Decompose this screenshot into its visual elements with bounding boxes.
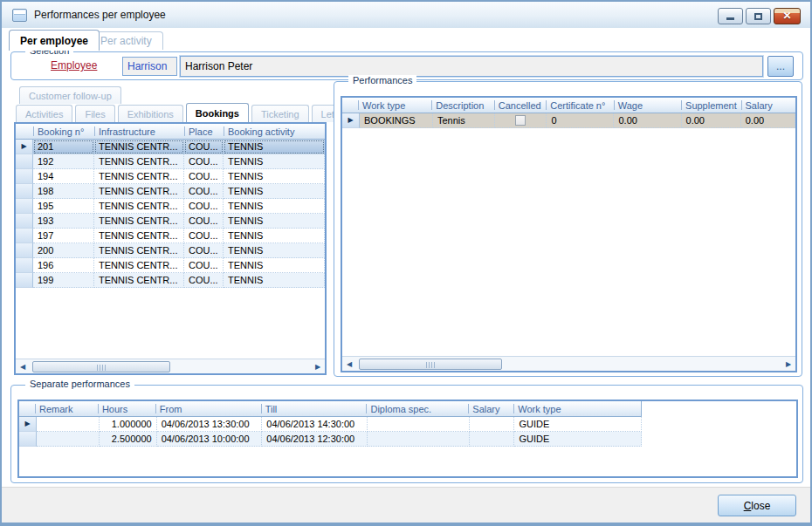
cell[interactable] — [495, 113, 547, 128]
cell[interactable]: 0 — [547, 113, 614, 128]
column-header[interactable]: Supplement — [681, 98, 740, 113]
app-icon[interactable] — [12, 9, 27, 22]
row-selector[interactable] — [16, 199, 33, 214]
tab-exhibitions[interactable]: Exhibitions — [118, 105, 183, 122]
cell[interactable]: COU... — [184, 140, 224, 154]
row-selector[interactable]: ▶ — [19, 417, 37, 432]
row-selector[interactable] — [16, 214, 33, 229]
row-selector[interactable]: ▶ — [342, 113, 360, 128]
cell[interactable]: TENNIS — [224, 169, 325, 184]
cell[interactable]: GUIDE — [514, 417, 642, 432]
cell[interactable]: 04/06/2013 10:00:00 — [157, 432, 263, 447]
cell[interactable]: 2.500000 — [100, 432, 157, 447]
title-bar[interactable]: Performances per employee ✕ — [2, 2, 810, 28]
row-selector[interactable] — [19, 432, 37, 447]
bookings-hscrollbar[interactable]: ◀ ▶ — [16, 359, 325, 373]
cell[interactable]: COU... — [184, 273, 224, 288]
cell[interactable]: 0.00 — [614, 113, 681, 128]
maximize-button[interactable] — [746, 8, 771, 24]
column-header[interactable]: From — [155, 401, 261, 416]
cell[interactable]: TENNIS CENTR... — [94, 140, 184, 154]
cell[interactable]: TENNIS — [224, 199, 325, 214]
cell[interactable]: TENNIS — [224, 273, 325, 288]
cell[interactable]: 0.00 — [741, 113, 795, 128]
cell[interactable]: 195 — [33, 199, 94, 214]
tab-per-employee[interactable]: Per employee — [9, 30, 100, 51]
table-row[interactable]: 197TENNIS CENTR...COU...TENNIS — [16, 229, 325, 243]
cell[interactable]: 04/06/2013 12:30:00 — [262, 432, 368, 447]
table-row[interactable]: ▶1.00000004/06/2013 13:30:0004/06/2013 1… — [19, 417, 642, 432]
table-row[interactable]: ▶BOOKINGSTennis00.000.000.00 — [342, 113, 795, 128]
table-row[interactable]: 195TENNIS CENTR...COU...TENNIS — [16, 199, 325, 214]
table-row[interactable]: 193TENNIS CENTR...COU...TENNIS — [16, 214, 325, 229]
cell[interactable]: BOOKINGS — [360, 113, 433, 128]
column-header[interactable]: Booking n° — [33, 124, 94, 139]
cell[interactable]: COU... — [184, 243, 224, 258]
row-selector[interactable]: ▶ — [16, 140, 33, 154]
column-header[interactable]: Place — [184, 124, 224, 139]
scroll-thumb[interactable] — [32, 361, 170, 372]
tab-ticketing[interactable]: Ticketing — [251, 105, 309, 122]
scroll-left-icon[interactable]: ◀ — [342, 358, 356, 371]
cell[interactable]: 04/06/2013 13:30:00 — [157, 417, 263, 432]
close-button[interactable]: Close — [718, 495, 796, 516]
column-header[interactable]: Remark — [35, 401, 98, 416]
row-selector[interactable] — [16, 273, 33, 288]
cell[interactable] — [470, 432, 515, 447]
column-header[interactable]: Infrastructure — [94, 124, 184, 139]
cell[interactable]: TENNIS CENTR... — [94, 243, 184, 258]
table-row[interactable]: 196TENNIS CENTR...COU...TENNIS — [16, 258, 325, 273]
column-header[interactable]: Hours — [98, 401, 155, 416]
cell[interactable]: TENNIS CENTR... — [94, 273, 184, 288]
cell[interactable]: TENNIS CENTR... — [94, 214, 184, 229]
row-selector[interactable] — [16, 258, 33, 273]
table-row[interactable]: 199TENNIS CENTR...COU...TENNIS — [16, 273, 325, 288]
employee-name-field[interactable]: Harrison Peter — [180, 56, 763, 77]
column-header[interactable]: Work type — [358, 98, 431, 113]
column-header[interactable]: Wage — [614, 98, 681, 113]
cell[interactable]: 198 — [33, 184, 94, 199]
row-selector[interactable] — [16, 154, 33, 169]
column-header[interactable]: Description — [431, 98, 493, 113]
column-header[interactable]: Diploma spec. — [366, 401, 468, 416]
column-header[interactable]: Certificate n° — [546, 98, 613, 113]
cell[interactable] — [37, 417, 100, 432]
row-selector[interactable] — [16, 243, 33, 258]
cell[interactable]: TENNIS CENTR... — [94, 169, 184, 184]
cell[interactable]: COU... — [184, 154, 224, 169]
minimize-button[interactable] — [718, 8, 743, 24]
cell[interactable]: 1.000000 — [100, 417, 157, 432]
cell[interactable]: TENNIS CENTR... — [94, 199, 184, 214]
cell[interactable]: 199 — [33, 273, 94, 288]
cell[interactable]: TENNIS CENTR... — [94, 229, 184, 243]
scroll-right-icon[interactable]: ▶ — [781, 358, 795, 371]
employee-link[interactable]: Employee — [51, 59, 97, 72]
column-header[interactable]: Salary — [741, 98, 796, 113]
tab-bookings[interactable]: Bookings — [186, 103, 249, 122]
column-header[interactable]: Work type — [513, 401, 641, 416]
cell[interactable]: COU... — [184, 199, 224, 214]
cell[interactable]: 04/06/2013 14:30:00 — [262, 417, 368, 432]
cell[interactable]: Tennis — [433, 113, 495, 128]
row-selector[interactable] — [16, 169, 33, 184]
scroll-left-icon[interactable]: ◀ — [16, 360, 30, 373]
column-header[interactable]: Salary — [468, 401, 513, 416]
table-row[interactable]: 194TENNIS CENTR...COU...TENNIS — [16, 169, 325, 184]
cell[interactable] — [37, 432, 100, 447]
table-row[interactable]: 198TENNIS CENTR...COU...TENNIS — [16, 184, 325, 199]
column-header[interactable]: Cancelled — [494, 98, 547, 113]
cell[interactable]: COU... — [184, 229, 224, 243]
cell[interactable]: 200 — [33, 243, 94, 258]
table-row[interactable]: 192TENNIS CENTR...COU...TENNIS — [16, 154, 325, 169]
cell[interactable]: 194 — [33, 169, 94, 184]
table-row[interactable]: ▶201TENNIS CENTR...COU...TENNIS — [16, 140, 325, 154]
cell[interactable]: COU... — [184, 214, 224, 229]
cell[interactable]: TENNIS — [224, 140, 325, 154]
cell[interactable]: TENNIS — [224, 258, 325, 273]
cell[interactable]: GUIDE — [514, 432, 642, 447]
row-selector[interactable] — [16, 184, 33, 199]
row-selector[interactable] — [16, 229, 33, 243]
cell[interactable]: TENNIS CENTR... — [94, 258, 184, 273]
cell[interactable]: TENNIS — [224, 214, 325, 229]
tab-customer-follow-up[interactable]: Customer follow-up — [19, 86, 121, 104]
